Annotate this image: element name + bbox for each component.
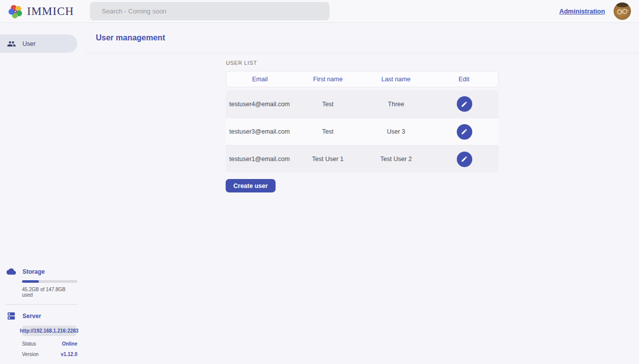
version-value: v1.12.0 <box>61 352 77 357</box>
create-user-button[interactable]: Create user <box>226 179 276 192</box>
table-row: testuser4@email.com Test Three <box>226 90 499 118</box>
dns-server-icon <box>6 311 16 321</box>
page-header: User management <box>85 23 639 53</box>
users-icon <box>7 39 16 48</box>
server-title: Server <box>22 313 41 320</box>
table-row: testuser1@email.com Test User 1 Test Use… <box>226 145 499 173</box>
storage-header: Storage <box>0 267 77 276</box>
user-list-section: USER LIST Email First name Last name Edi… <box>226 53 499 192</box>
storage-usage-label: 45.2GB of 147.8GB used <box>22 287 77 298</box>
pencil-icon <box>461 156 468 163</box>
cell-edit <box>430 124 499 140</box>
immich-logo-icon <box>8 4 23 19</box>
table-row: testuser3@email.com Test User 3 <box>226 118 499 145</box>
edit-user-button[interactable] <box>457 152 472 167</box>
topbar-right: Administration <box>559 2 631 20</box>
edit-user-button[interactable] <box>457 124 472 140</box>
section-label: USER LIST <box>226 60 499 66</box>
storage-title: Storage <box>22 268 45 275</box>
status-label: Status <box>22 341 36 347</box>
sidebar: User Storage 45.2GB of 147.8GB used Serv… <box>0 23 85 364</box>
cell-first-name: Test <box>294 101 362 108</box>
cell-last-name: Test User 2 <box>362 156 430 163</box>
cell-first-name: Test <box>294 128 362 135</box>
pencil-icon <box>461 128 468 135</box>
storage-progress-bar <box>22 280 77 283</box>
cell-last-name: Three <box>362 101 430 108</box>
column-header-email: Email <box>226 76 294 83</box>
server-version-row: Version v1.12.0 <box>22 352 77 357</box>
pencil-icon <box>461 101 468 108</box>
server-status-row: Status Online <box>22 341 77 347</box>
cell-email: testuser4@email.com <box>226 101 294 108</box>
brand-link[interactable]: IMMICH <box>8 4 74 19</box>
cell-email: testuser3@email.com <box>226 128 294 135</box>
server-header: Server <box>0 311 77 321</box>
brand-title: IMMICH <box>27 5 74 18</box>
cell-edit <box>430 152 499 167</box>
version-label: Version <box>22 352 38 357</box>
table-body: testuser4@email.com Test Three testuser3… <box>226 90 499 173</box>
cell-last-name: User 3 <box>362 128 430 135</box>
sidebar-status-panel: Storage 45.2GB of 147.8GB used Server ht… <box>0 267 77 357</box>
table-header-row: Email First name Last name Edit <box>226 71 499 87</box>
sidebar-item-label: User <box>22 40 35 47</box>
column-header-first-name: First name <box>294 76 362 83</box>
storage-progress-fill <box>22 280 39 283</box>
server-url-chip: http://192.168.1.216:2283 <box>22 326 76 336</box>
column-header-edit: Edit <box>430 76 498 83</box>
administration-link[interactable]: Administration <box>559 7 605 15</box>
topbar: IMMICH Administration <box>0 0 639 23</box>
cell-edit <box>430 96 499 112</box>
column-header-last-name: Last name <box>362 76 430 83</box>
sidebar-divider <box>6 304 77 305</box>
sidebar-item-user[interactable]: User <box>0 34 77 53</box>
cloud-icon <box>6 267 16 276</box>
page-title: User management <box>96 33 165 42</box>
search-input[interactable] <box>90 2 329 20</box>
status-value: Online <box>62 341 77 347</box>
cell-first-name: Test User 1 <box>294 156 362 163</box>
avatar-photo <box>614 2 631 20</box>
user-avatar[interactable] <box>614 2 631 20</box>
cell-email: testuser1@email.com <box>226 156 294 163</box>
edit-user-button[interactable] <box>457 96 472 112</box>
main-content: User management USER LIST Email First na… <box>85 23 639 364</box>
